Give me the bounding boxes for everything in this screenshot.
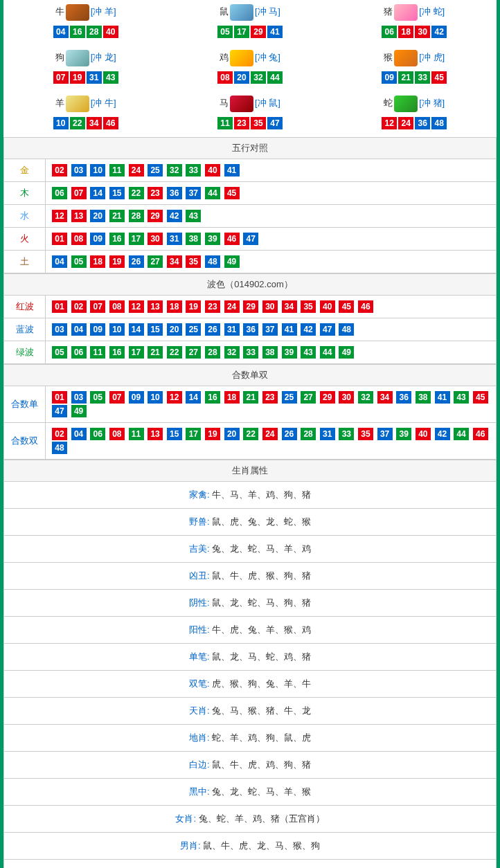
number-ball: 28 xyxy=(87,26,102,38)
number-ball: 21 xyxy=(109,210,125,222)
attr-value: 牛、虎、兔、羊、猴、鸡 xyxy=(212,624,311,635)
table-row: 红波01 02 07 08 12 13 18 19 23 24 29 30 34… xyxy=(4,296,497,318)
wuxing-table: 五行对照 金02 03 10 11 24 25 32 33 40 41木06 0… xyxy=(3,137,497,273)
attr-key: 双笔: xyxy=(189,678,210,689)
number-ball: 31 xyxy=(167,233,182,245)
number-ball: 10 xyxy=(53,117,69,129)
zodiac-icon xyxy=(66,96,89,112)
zodiac-cell: 蛇[冲 猪]12243648 xyxy=(332,91,497,137)
number-ball: 10 xyxy=(148,391,163,404)
wuxing-title: 五行对照 xyxy=(4,138,497,159)
attr-value: 鼠、牛、虎、猴、狗、猪 xyxy=(212,570,311,581)
zodiac-name: 猴 xyxy=(384,52,393,62)
number-ball: 19 xyxy=(109,255,125,268)
number-ball: 32 xyxy=(358,391,373,404)
number-ball: 07 xyxy=(53,71,69,84)
number-ball: 41 xyxy=(282,323,297,336)
zodiac-icon xyxy=(230,4,253,21)
number-ball: 29 xyxy=(148,210,163,222)
number-ball: 37 xyxy=(186,187,201,199)
number-ball: 31 xyxy=(224,323,240,336)
zodiac-icon xyxy=(230,50,253,66)
number-ball: 05 xyxy=(217,26,233,38)
attr-key: 凶丑: xyxy=(189,570,210,581)
number-ball: 31 xyxy=(320,428,335,440)
zodiac-icon xyxy=(394,96,418,112)
number-ball: 24 xyxy=(398,117,413,129)
zodiac-chong: [冲 兔] xyxy=(255,52,280,62)
number-ball: 21 xyxy=(148,346,163,359)
table-row: 绿波05 06 11 16 17 21 22 27 28 32 33 38 39… xyxy=(4,341,497,364)
number-ball: 10 xyxy=(109,323,125,336)
zodiac-cell: 猪[冲 蛇]06183042 xyxy=(332,0,497,46)
number-ball: 28 xyxy=(301,428,316,440)
number-ball: 44 xyxy=(267,71,283,84)
number-ball: 05 xyxy=(52,346,67,359)
number-ball: 30 xyxy=(262,300,278,313)
number-ball: 46 xyxy=(103,117,118,129)
number-ball: 47 xyxy=(267,117,283,129)
number-ball: 17 xyxy=(234,26,249,38)
attr-row: 地肖: 蛇、羊、鸡、狗、鼠、虎 xyxy=(4,725,497,752)
row-label: 蓝波 xyxy=(4,318,46,341)
attr-key: 单笔: xyxy=(189,651,210,662)
zodiac-numbers: 06183042 xyxy=(335,25,494,39)
attr-row: 吉美: 兔、龙、蛇、马、羊、鸡 xyxy=(4,536,497,563)
number-ball: 11 xyxy=(109,164,125,177)
zodiac-cell: 狗[冲 龙]07193143 xyxy=(3,46,168,91)
number-ball: 06 xyxy=(52,187,67,199)
number-ball: 24 xyxy=(224,300,240,313)
number-ball: 39 xyxy=(205,233,220,245)
number-ball: 04 xyxy=(53,26,69,38)
number-ball: 01 xyxy=(52,391,67,404)
zodiac-chong: [冲 虎] xyxy=(419,52,445,62)
attr-key: 野兽: xyxy=(189,516,210,527)
number-ball: 07 xyxy=(90,300,105,313)
number-ball: 47 xyxy=(243,233,258,245)
row-numbers: 01 02 07 08 12 13 18 19 23 24 29 30 34 3… xyxy=(46,296,497,318)
number-ball: 12 xyxy=(129,300,144,313)
number-ball: 42 xyxy=(301,323,316,336)
attr-key: 吉美: xyxy=(189,543,210,554)
number-ball: 37 xyxy=(262,323,278,336)
number-ball: 27 xyxy=(148,255,163,268)
zodiac-chong: [冲 猪] xyxy=(419,98,445,108)
number-ball: 20 xyxy=(167,323,182,336)
number-ball: 45 xyxy=(473,391,488,404)
number-ball: 16 xyxy=(70,26,85,38)
row-label: 合数单 xyxy=(4,386,46,423)
number-ball: 27 xyxy=(186,346,201,359)
attr-key: 阳性: xyxy=(189,624,210,635)
number-ball: 34 xyxy=(87,117,102,129)
zodiac-chong: [冲 鼠] xyxy=(255,98,280,108)
number-ball: 06 xyxy=(90,428,105,440)
zodiac-numbers: 10223446 xyxy=(6,116,165,130)
zodiac-cell: 牛[冲 羊]04162840 xyxy=(3,0,168,46)
number-ball: 12 xyxy=(52,210,67,222)
number-ball: 02 xyxy=(52,164,67,177)
zodiac-name: 狗 xyxy=(55,52,64,62)
attr-row: 凶丑: 鼠、牛、虎、猴、狗、猪 xyxy=(4,563,497,590)
number-ball: 32 xyxy=(224,346,240,359)
number-ball: 42 xyxy=(167,210,182,222)
number-ball: 38 xyxy=(186,233,201,245)
row-label: 火 xyxy=(4,228,46,251)
number-ball: 33 xyxy=(243,346,258,359)
number-ball: 42 xyxy=(431,26,447,38)
number-ball: 23 xyxy=(262,391,278,404)
number-ball: 18 xyxy=(398,26,413,38)
number-ball: 15 xyxy=(109,187,125,199)
number-ball: 36 xyxy=(167,187,182,199)
number-ball: 09 xyxy=(382,71,397,84)
number-ball: 35 xyxy=(251,117,266,129)
number-ball: 13 xyxy=(148,428,163,440)
number-ball: 36 xyxy=(415,117,430,129)
attr-value: 鼠、龙、蛇、马、狗、猪 xyxy=(212,597,311,608)
zodiac-chong: [冲 蛇] xyxy=(419,6,445,17)
number-ball: 04 xyxy=(71,428,87,440)
number-ball: 49 xyxy=(339,346,354,359)
table-row: 蓝波03 04 09 10 14 15 20 25 26 31 36 37 41… xyxy=(4,318,497,341)
zodiac-name: 猪 xyxy=(384,6,393,17)
bose-title: 波色（014902.com） xyxy=(4,274,497,296)
number-ball: 21 xyxy=(243,391,258,404)
